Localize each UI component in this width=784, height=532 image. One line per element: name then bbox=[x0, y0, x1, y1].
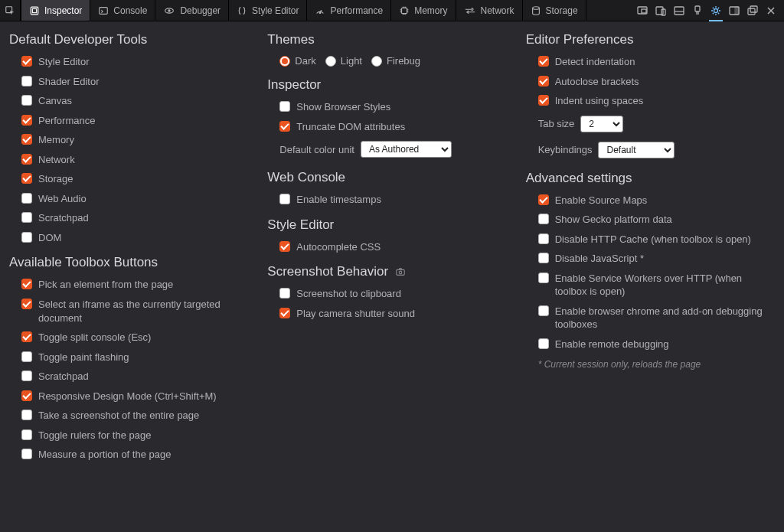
tab-memory[interactable]: Memory bbox=[391, 0, 456, 21]
editor-pref-checkbox[interactable] bbox=[538, 95, 549, 106]
tab-console[interactable]: Console bbox=[90, 0, 155, 21]
pick-element-button[interactable] bbox=[0, 0, 21, 21]
inspector-opt-label[interactable]: Show Browser Styles bbox=[296, 100, 390, 114]
default-tool-label[interactable]: Memory bbox=[38, 133, 74, 147]
theme-radio-label[interactable]: Light bbox=[341, 55, 362, 67]
toolbox-button-label[interactable]: Toggle split console (Esc) bbox=[38, 331, 151, 344]
advanced-opt-label[interactable]: Enable Service Workers over HTTP (when t… bbox=[555, 272, 775, 299]
editor-pref-label[interactable]: Autoclose brackets bbox=[555, 75, 639, 89]
advanced-opt-checkbox[interactable] bbox=[538, 273, 549, 283]
advanced-opt-checkbox[interactable] bbox=[538, 305, 549, 316]
inspector-opt-label[interactable]: Truncate DOM attributes bbox=[296, 120, 405, 134]
editor-pref-checkbox[interactable] bbox=[538, 76, 549, 86]
toolbox-button-label[interactable]: Measure a portion of the page bbox=[38, 448, 171, 462]
default-tool-checkbox[interactable] bbox=[21, 193, 32, 204]
tab-debugger[interactable]: Debugger bbox=[155, 0, 229, 21]
theme-radio-label[interactable]: Dark bbox=[295, 55, 315, 67]
default-tool-checkbox[interactable] bbox=[21, 154, 32, 165]
default-tool-checkbox[interactable] bbox=[21, 134, 32, 145]
advanced-opt-label[interactable]: Enable remote debugging bbox=[555, 338, 669, 351]
default-tool-label[interactable]: Style Editor bbox=[38, 55, 89, 69]
toolbox-button-checkbox[interactable] bbox=[21, 449, 32, 459]
advanced-opt-label[interactable]: Disable HTTP Cache (when toolbox is open… bbox=[555, 233, 751, 246]
iframe-picker-button[interactable] bbox=[634, 2, 651, 19]
default-tool-label[interactable]: Web Audio bbox=[38, 192, 87, 206]
default-color-unit-select[interactable]: As AuthoredHexHSL(A)RGB(A)Color Names bbox=[361, 141, 452, 158]
screenshot-opt-checkbox[interactable] bbox=[279, 288, 290, 299]
editor-pref-option: Indent using spaces bbox=[538, 91, 775, 111]
toolbox-button-checkbox[interactable] bbox=[21, 279, 32, 289]
toolbox-button-label[interactable]: Take a screenshot of the entire page bbox=[38, 409, 199, 423]
toolbox-button-checkbox[interactable] bbox=[21, 351, 32, 362]
editor-pref-label[interactable]: Indent using spaces bbox=[555, 94, 644, 108]
tab-inspector[interactable]: Inspector bbox=[21, 0, 90, 21]
screenshot-opt-label[interactable]: Screenshot to clipboard bbox=[296, 287, 401, 301]
paint-flashing-button[interactable] bbox=[689, 2, 706, 19]
webconsole-title: Web Console bbox=[267, 170, 516, 185]
toolbox-button-checkbox[interactable] bbox=[21, 410, 32, 420]
advanced-opt-checkbox[interactable] bbox=[538, 233, 549, 244]
advanced-opt-checkbox[interactable] bbox=[538, 338, 549, 349]
keybindings-select[interactable]: DefaultVimEmacsSublime Text bbox=[598, 142, 675, 158]
default-tool-checkbox[interactable] bbox=[21, 212, 32, 223]
toolbox-button-label[interactable]: Scratchpad bbox=[38, 370, 89, 383]
default-tool-label[interactable]: Network bbox=[38, 153, 75, 167]
default-tool-checkbox[interactable] bbox=[21, 115, 32, 126]
toolbox-button-label[interactable]: Select an iframe as the currently target… bbox=[38, 298, 258, 325]
advanced-opt-label[interactable]: Disable JavaScript * bbox=[555, 252, 644, 266]
close-devtools-button[interactable] bbox=[763, 2, 779, 19]
editor-pref-checkbox[interactable] bbox=[538, 56, 549, 67]
webconsole-opt-checkbox[interactable] bbox=[279, 194, 290, 204]
toolbox-button-checkbox[interactable] bbox=[21, 299, 32, 309]
advanced-opt-checkbox[interactable] bbox=[538, 214, 549, 224]
settings-button[interactable] bbox=[707, 2, 724, 19]
tab-size-select[interactable]: 248 bbox=[580, 116, 623, 132]
default-tool-label[interactable]: DOM bbox=[38, 231, 61, 245]
toolbox-button-checkbox[interactable] bbox=[21, 429, 32, 440]
default-tool-label[interactable]: Canvas bbox=[38, 94, 72, 108]
keybindings-label: Keybindings bbox=[538, 144, 593, 155]
toolbox-button-checkbox[interactable] bbox=[21, 390, 32, 401]
theme-radio[interactable] bbox=[325, 56, 336, 67]
advanced-opt-checkbox[interactable] bbox=[538, 194, 549, 205]
theme-radio-label[interactable]: Firebug bbox=[387, 55, 420, 67]
default-tool-label[interactable]: Scratchpad bbox=[38, 211, 89, 225]
toolbox-button-label[interactable]: Pick an element from the page bbox=[38, 278, 173, 292]
default-tool-checkbox[interactable] bbox=[21, 173, 32, 184]
split-console-button[interactable] bbox=[671, 2, 688, 19]
tab-performance[interactable]: Performance bbox=[307, 0, 391, 21]
toolbox-button-checkbox[interactable] bbox=[21, 331, 32, 342]
inspector-opt-checkbox[interactable] bbox=[279, 121, 290, 132]
theme-radio[interactable] bbox=[371, 56, 382, 67]
advanced-opt-label[interactable]: Enable browser chrome and add-on debuggi… bbox=[555, 305, 775, 331]
styleeditor-opt-label[interactable]: Autocomplete CSS bbox=[296, 240, 381, 254]
advanced-opt-checkbox[interactable] bbox=[538, 253, 549, 263]
default-tool-checkbox[interactable] bbox=[21, 76, 32, 86]
default-tool-checkbox[interactable] bbox=[21, 95, 32, 106]
toolbox-button-label[interactable]: Toggle rulers for the page bbox=[38, 429, 151, 442]
dock-side-button[interactable] bbox=[726, 2, 743, 19]
toolbox-button-label[interactable]: Toggle paint flashing bbox=[38, 351, 129, 364]
separate-window-button[interactable] bbox=[744, 2, 761, 19]
screenshot-opt-checkbox[interactable] bbox=[279, 308, 290, 318]
tab-style-editor[interactable]: Style Editor bbox=[229, 0, 307, 21]
tab-network[interactable]: Network bbox=[456, 0, 523, 21]
default-tool-checkbox[interactable] bbox=[21, 232, 32, 243]
advanced-opt-label[interactable]: Enable Source Maps bbox=[555, 194, 648, 207]
svg-rect-13 bbox=[675, 7, 684, 15]
editor-pref-label[interactable]: Detect indentation bbox=[555, 55, 635, 69]
theme-radio[interactable] bbox=[279, 56, 290, 67]
inspector-opt-checkbox[interactable] bbox=[279, 101, 290, 112]
webconsole-opt-label[interactable]: Enable timestamps bbox=[296, 193, 381, 207]
advanced-opt-label[interactable]: Show Gecko platform data bbox=[555, 213, 672, 227]
default-tool-label[interactable]: Performance bbox=[38, 114, 95, 128]
screenshot-opt-label[interactable]: Play camera shutter sound bbox=[296, 307, 415, 321]
styleeditor-opt-checkbox[interactable] bbox=[279, 241, 290, 252]
responsive-design-button[interactable] bbox=[652, 2, 669, 19]
default-tool-label[interactable]: Shader Editor bbox=[38, 75, 100, 89]
default-tool-label[interactable]: Storage bbox=[38, 172, 74, 186]
toolbox-button-label[interactable]: Responsive Design Mode (Ctrl+Shift+M) bbox=[38, 390, 217, 403]
default-tool-checkbox[interactable] bbox=[21, 56, 32, 67]
toolbox-button-checkbox[interactable] bbox=[21, 370, 32, 381]
tab-storage[interactable]: Storage bbox=[523, 0, 586, 21]
